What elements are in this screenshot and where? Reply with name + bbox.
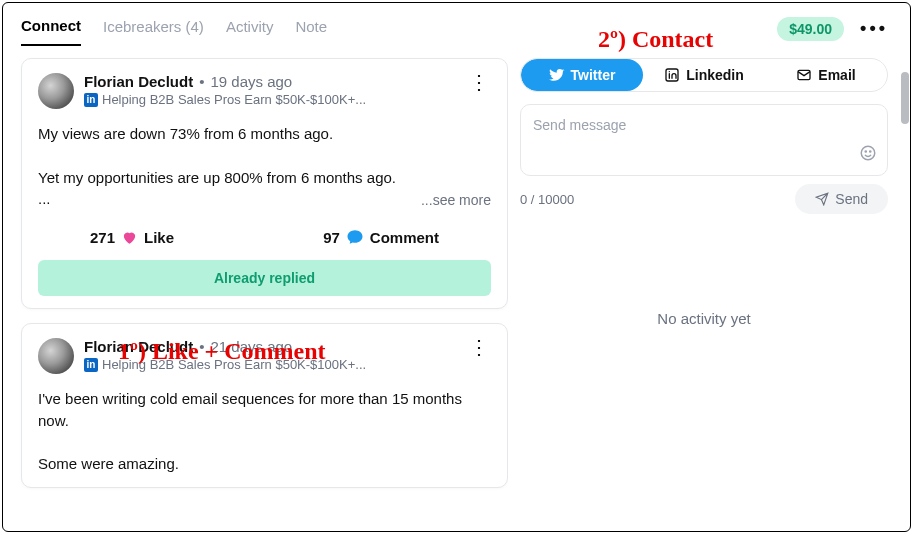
channel-twitter-button[interactable]: Twitter — [521, 59, 643, 91]
avatar — [38, 73, 74, 109]
channel-switch: Twitter Linkedin Email — [520, 58, 888, 92]
tab-connect[interactable]: Connect — [21, 11, 81, 46]
post-tagline: Helping B2B Sales Pros Earn $50K-$100K+.… — [102, 92, 366, 107]
email-icon — [796, 67, 812, 83]
comment-label: Comment — [370, 229, 439, 246]
send-icon — [815, 192, 829, 206]
tab-icebreakers[interactable]: Icebreakers (4) — [103, 12, 204, 45]
post-menu-button[interactable]: ⋮ — [467, 73, 491, 91]
tab-note[interactable]: Note — [295, 12, 327, 45]
comment-icon — [346, 228, 364, 246]
channel-linkedin-button[interactable]: Linkedin — [643, 59, 765, 91]
see-more-link[interactable]: ...see more — [38, 192, 491, 208]
char-counter: 0 / 10000 — [520, 192, 574, 207]
no-activity-text: No activity yet — [520, 310, 888, 327]
emoji-button[interactable] — [859, 144, 877, 167]
channel-twitter-label: Twitter — [571, 67, 616, 83]
svg-point-4 — [870, 151, 871, 152]
linkedin-icon — [664, 67, 680, 83]
comment-button[interactable]: 97 Comment — [323, 228, 439, 246]
post-tagline: Helping B2B Sales Pros Earn $50K-$100K+.… — [102, 357, 366, 372]
like-button[interactable]: 271 Like — [90, 229, 174, 246]
comment-count: 97 — [323, 229, 340, 246]
right-panel: Twitter Linkedin Email Send message 0 — [508, 46, 910, 531]
like-count: 271 — [90, 229, 115, 246]
post-card: Florian Decludt • 21 days ago in Helping… — [21, 323, 508, 488]
post-card: Florian Decludt • 19 days ago in Helping… — [21, 58, 508, 309]
posts-feed: Florian Decludt • 19 days ago in Helping… — [3, 46, 508, 531]
channel-email-button[interactable]: Email — [765, 59, 887, 91]
post-author: Florian Decludt — [84, 338, 193, 355]
like-label: Like — [144, 229, 174, 246]
avatar — [38, 338, 74, 374]
already-replied-badge: Already replied — [38, 260, 491, 296]
compose-input[interactable]: Send message — [520, 104, 888, 176]
svg-point-3 — [865, 151, 866, 152]
post-author: Florian Decludt — [84, 73, 193, 90]
channel-linkedin-label: Linkedin — [686, 67, 744, 83]
svg-point-2 — [861, 146, 875, 160]
post-body: I've been writing cold email sequences f… — [38, 388, 491, 475]
top-tabs-bar: Connect Icebreakers (4) Activity Note $4… — [3, 3, 910, 46]
compose-placeholder: Send message — [533, 117, 875, 133]
smiley-icon — [859, 144, 877, 162]
channel-email-label: Email — [818, 67, 855, 83]
tab-activity[interactable]: Activity — [226, 12, 274, 45]
post-age: 19 days ago — [210, 73, 292, 90]
more-menu-button[interactable]: ••• — [856, 18, 892, 39]
twitter-icon — [549, 67, 565, 83]
linkedin-icon: in — [84, 93, 98, 107]
heart-icon — [121, 229, 138, 246]
tabs: Connect Icebreakers (4) Activity Note — [21, 11, 327, 46]
send-label: Send — [835, 191, 868, 207]
post-menu-button[interactable]: ⋮ — [467, 338, 491, 356]
price-badge: $49.00 — [777, 17, 844, 41]
scrollbar[interactable] — [901, 72, 909, 124]
linkedin-icon: in — [84, 358, 98, 372]
post-age: 21 days ago — [210, 338, 292, 355]
send-button[interactable]: Send — [795, 184, 888, 214]
